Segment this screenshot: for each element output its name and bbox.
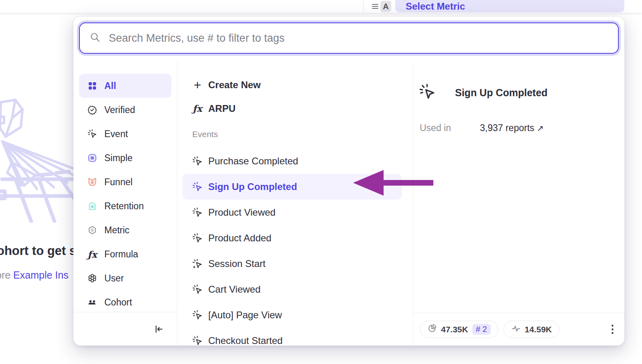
used-in-row: Used in 3,937 reports↗	[413, 102, 624, 133]
list-item-product-viewed[interactable]: Product Viewed	[183, 200, 402, 225]
kebab-menu-button[interactable]: ⋮	[607, 324, 618, 335]
plus-icon: +	[192, 80, 203, 90]
sidebar-item-metric[interactable]: Metric	[79, 218, 171, 242]
sidebar-item-label: Formula	[104, 249, 138, 260]
sidebar-item-formula[interactable]: ƒx Formula	[79, 242, 171, 266]
event-cursor-icon	[87, 129, 98, 139]
background-link-prefix: ore	[0, 269, 10, 281]
event-cursor-icon	[192, 310, 203, 320]
list-item-label: Product Viewed	[208, 207, 276, 218]
search-icon	[89, 32, 101, 44]
metric-detail-panel: Sign Up Completed Used in 3,937 reports↗…	[413, 62, 624, 346]
user-cluster-icon	[87, 273, 98, 283]
underlying-query-toolbar: A Select Metric	[0, 0, 642, 13]
pie-chart-icon	[427, 324, 437, 335]
list-item-arpu[interactable]: ƒx ARPU	[183, 97, 402, 120]
category-sidebar: All Verified Event	[73, 62, 177, 346]
verified-badge-icon	[87, 105, 98, 115]
sidebar-item-label: Retention	[104, 201, 144, 212]
event-cursor-icon	[192, 284, 203, 295]
list-item-label: ARPU	[208, 103, 236, 114]
sidebar-item-label: Verified	[104, 105, 135, 115]
formula-fx-icon: ƒx	[87, 249, 98, 259]
search-box[interactable]	[79, 22, 619, 54]
sidebar-item-verified[interactable]: Verified	[79, 98, 171, 122]
drag-handle-icon[interactable]	[372, 4, 378, 11]
activity-count-pill[interactable]: 14.59K	[504, 321, 560, 338]
sidebar-item-label: All	[104, 81, 116, 91]
event-cursor-icon	[192, 207, 203, 218]
total-count-pill[interactable]: 47.35K # 2	[420, 321, 498, 338]
create-new-button[interactable]: + Create New	[183, 73, 402, 97]
create-new-label: Create New	[208, 79, 261, 91]
list-item-label: Checkout Started	[208, 335, 282, 346]
sidebar-item-user[interactable]: User	[79, 266, 171, 290]
sidebar-item-label: Metric	[104, 225, 130, 236]
list-item-product-added[interactable]: Product Added	[183, 225, 402, 251]
background-illustration	[0, 90, 76, 222]
list-item-label: Cart Viewed	[208, 284, 260, 295]
sidebar-item-cohort[interactable]: Cohort	[79, 290, 171, 314]
event-cursor-icon	[192, 182, 203, 192]
list-item-auto-page-view[interactable]: [Auto] Page View	[183, 302, 402, 328]
retention-icon	[87, 201, 98, 211]
detail-title: Sign Up Completed	[455, 87, 548, 99]
external-link-icon: ↗	[537, 123, 544, 133]
background-subtext: ore Example Ins	[0, 269, 69, 281]
select-metric-label: Select Metric	[406, 1, 465, 12]
rank-badge: # 2	[472, 324, 491, 335]
sidebar-item-label: Cohort	[104, 297, 132, 308]
session-start-event-icon	[192, 259, 203, 269]
select-metric-bar[interactable]: Select Metric	[395, 0, 624, 12]
list-item-checkout-started[interactable]: Checkout Started	[183, 328, 402, 346]
formula-fx-icon: ƒx	[192, 103, 203, 114]
background-heading: ohort to get s	[0, 244, 76, 258]
sidebar-item-label: Event	[104, 129, 128, 140]
example-insights-link[interactable]: Example Ins	[13, 269, 69, 281]
list-item-cart-viewed[interactable]: Cart Viewed	[183, 277, 402, 302]
list-item-label: Purchase Completed	[208, 156, 298, 167]
metric-picker-modal: All Verified Event	[73, 17, 624, 346]
pulse-icon	[511, 324, 521, 335]
sidebar-footer	[73, 312, 177, 346]
sidebar-item-label: Funnel	[104, 177, 132, 188]
event-cursor-icon	[419, 83, 436, 102]
detail-footer: 47.35K # 2 14.59K ⋮	[413, 313, 624, 346]
used-in-reports-link[interactable]: 3,937 reports↗	[480, 123, 544, 133]
simple-metric-icon	[87, 153, 98, 163]
sidebar-item-event[interactable]: Event	[79, 122, 171, 146]
metric-list: + Create New ƒx ARPU Events Purchase Com…	[177, 62, 413, 346]
series-a-chip[interactable]: A	[380, 1, 391, 12]
toolbar-divider	[363, 0, 364, 13]
picker-content: All Verified Event	[73, 62, 624, 346]
total-count-value: 47.35K	[441, 325, 468, 334]
funnel-icon	[87, 177, 98, 187]
sidebar-item-funnel[interactable]: Funnel	[79, 170, 171, 194]
list-item-label: Session Start	[208, 258, 266, 269]
events-section-header: Events	[192, 120, 413, 148]
activity-count-value: 14.59K	[525, 325, 552, 334]
event-cursor-icon	[192, 233, 203, 243]
screen: A Select Metric	[0, 0, 642, 364]
cohort-people-icon	[87, 297, 98, 307]
hexagon-metric-icon	[87, 225, 98, 235]
annotation-arrow	[352, 170, 435, 196]
search-input[interactable]	[109, 32, 608, 44]
collapse-sidebar-button[interactable]	[152, 322, 166, 336]
sidebar-item-all[interactable]: All	[79, 74, 171, 98]
list-item-session-start[interactable]: Session Start	[183, 251, 402, 277]
used-in-label: Used in	[420, 123, 480, 133]
list-item-label: Product Added	[208, 233, 271, 244]
sidebar-item-simple[interactable]: Simple	[79, 146, 171, 170]
detail-header: Sign Up Completed	[413, 62, 624, 102]
list-item-label: Sign Up Completed	[208, 181, 297, 192]
event-cursor-icon	[192, 156, 203, 166]
list-item-label: [Auto] Page View	[208, 309, 282, 321]
sidebar-item-retention[interactable]: Retention	[79, 194, 171, 218]
grid-icon	[87, 81, 98, 91]
sidebar-item-label: User	[104, 273, 124, 284]
sidebar-item-label: Simple	[104, 153, 132, 164]
event-cursor-icon	[192, 336, 203, 346]
